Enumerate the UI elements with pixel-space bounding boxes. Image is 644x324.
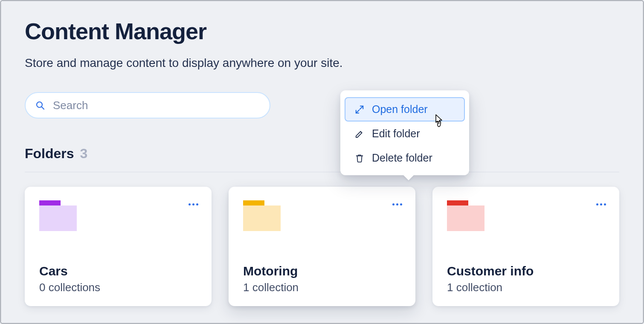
search-icon	[35, 100, 45, 110]
divider	[25, 172, 619, 172]
menu-item-label: Open folder	[372, 103, 428, 116]
more-icon[interactable]	[188, 200, 200, 208]
content-manager-panel: Content Manager Store and manage content…	[0, 0, 644, 324]
folder-icon	[447, 200, 484, 231]
menu-item-open-folder[interactable]: Open folder	[345, 97, 465, 122]
svg-line-2	[360, 106, 363, 109]
folders-count: 3	[80, 146, 88, 162]
folder-card-motoring[interactable]: Motoring 1 collection	[229, 187, 415, 306]
folder-subtitle: 1 collection	[243, 281, 401, 294]
folder-name: Cars	[39, 264, 197, 278]
folder-name: Motoring	[243, 264, 401, 278]
folder-context-menu: Open folder Edit folder Delete folder	[340, 90, 469, 175]
folder-cards-row: Cars 0 collections Motoring 1 collection…	[25, 187, 619, 306]
page-subtitle: Store and manage content to display anyw…	[25, 56, 619, 70]
svg-line-1	[42, 107, 44, 110]
more-icon[interactable]	[595, 200, 607, 208]
folder-icon	[39, 200, 77, 231]
more-icon[interactable]	[392, 200, 403, 208]
menu-item-label: Edit folder	[372, 127, 420, 140]
folder-card-customer-info[interactable]: Customer info 1 collection	[432, 187, 619, 306]
page-title: Content Manager	[25, 18, 619, 44]
folder-icon	[243, 200, 281, 231]
trash-icon	[355, 153, 364, 163]
menu-item-label: Delete folder	[372, 152, 432, 164]
folders-heading: Folders 3	[25, 146, 619, 162]
svg-line-3	[356, 110, 359, 113]
expand-icon	[355, 105, 364, 114]
search-field[interactable]	[25, 92, 270, 119]
folders-label: Folders	[25, 146, 74, 162]
folder-name: Customer info	[447, 264, 605, 278]
search-input[interactable]	[52, 98, 260, 113]
folder-subtitle: 1 collection	[447, 281, 605, 294]
menu-item-delete-folder[interactable]: Delete folder	[345, 146, 465, 170]
folder-card-cars[interactable]: Cars 0 collections	[25, 187, 212, 306]
menu-item-edit-folder[interactable]: Edit folder	[345, 122, 465, 146]
pencil-icon	[355, 129, 364, 139]
folder-subtitle: 0 collections	[39, 281, 197, 294]
